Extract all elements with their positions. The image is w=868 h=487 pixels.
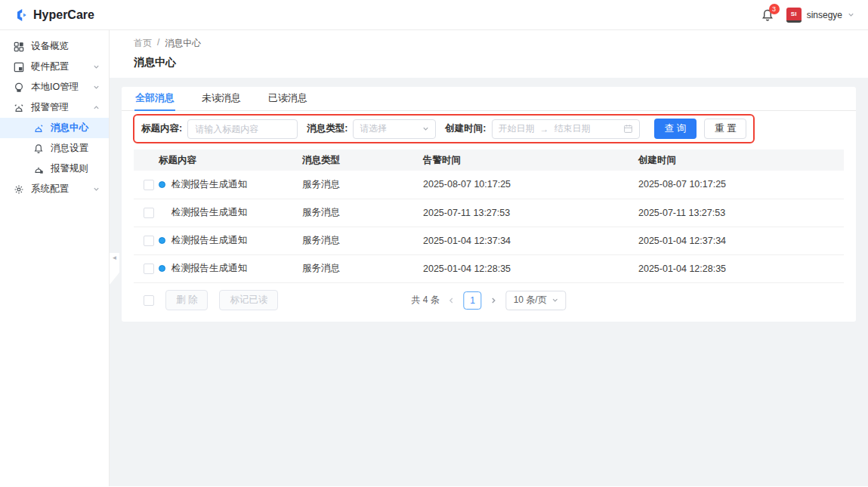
row-checkbox[interactable] xyxy=(144,180,154,190)
title-filter-label: 标题内容: xyxy=(141,122,182,135)
delete-button[interactable]: 删 除 xyxy=(165,290,208,310)
table-row: 检测报告生成通知 服务消息 2025-01-04 12:37:34 2025-0… xyxy=(134,227,844,254)
calendar-icon xyxy=(623,124,633,134)
column-header-type: 消息类型 xyxy=(302,149,423,171)
main-content: 首页 / 消息中心 消息中心 全部消息 未读消息 已读消息 标题内容: 消息类型… xyxy=(110,30,868,486)
unread-dot-icon xyxy=(159,237,165,244)
layout: 设备概览 硬件配置 本地IO管理 报警管理 消 xyxy=(0,30,868,486)
pagination: 共 4 条 1 10 条/页 xyxy=(411,291,566,310)
chevron-down-icon xyxy=(93,63,100,70)
message-title[interactable]: 检测报告生成通知 xyxy=(171,235,247,245)
page-size-select[interactable]: 10 条/页 xyxy=(506,291,567,310)
sidebar-item-label: 系统配置 xyxy=(31,183,69,196)
table-row: 检测报告生成通知 服务消息 2025-01-04 12:28:35 2025-0… xyxy=(134,254,844,282)
unread-dot-icon xyxy=(159,265,165,272)
top-bar: HyperCare 3 SI sinsegye xyxy=(0,0,868,30)
sidebar-item-message-settings[interactable]: 消息设置 xyxy=(0,138,109,159)
brand-logo-icon xyxy=(14,8,29,23)
table-footer: 删 除 标记已读 共 4 条 1 10 条/页 xyxy=(134,290,844,311)
message-center-icon xyxy=(33,123,44,134)
notifications-button[interactable]: 3 xyxy=(761,8,774,22)
sidebar-item-label: 报警管理 xyxy=(31,101,69,114)
sidebar-item-message-center[interactable]: 消息中心 xyxy=(0,118,109,138)
chevron-down-icon xyxy=(848,11,854,18)
breadcrumb-current: 消息中心 xyxy=(165,37,201,50)
chevron-right-icon[interactable] xyxy=(490,297,498,304)
message-type: 服务消息 xyxy=(302,171,423,199)
row-checkbox[interactable] xyxy=(144,208,154,218)
pagination-total: 共 4 条 xyxy=(411,294,439,307)
sidebar-item-label: 消息设置 xyxy=(51,142,88,155)
sidebar-item-alarm-rules[interactable]: 报警规则 xyxy=(0,159,109,179)
sidebar-item-label: 硬件配置 xyxy=(31,60,69,73)
message-title[interactable]: 检测报告生成通知 xyxy=(171,207,247,217)
chevron-down-icon xyxy=(422,125,429,132)
brand: HyperCare xyxy=(14,8,94,23)
sidebar-item-alarm-management[interactable]: 报警管理 xyxy=(0,97,109,118)
row-checkbox[interactable] xyxy=(144,236,154,246)
page-title: 消息中心 xyxy=(134,56,844,69)
io-management-icon xyxy=(14,82,24,93)
row-checkbox[interactable] xyxy=(144,264,154,274)
reset-button[interactable]: 重 置 xyxy=(704,119,746,139)
message-tabs: 全部消息 未读消息 已读消息 xyxy=(122,87,856,111)
message-title[interactable]: 检测报告生成通知 xyxy=(171,179,247,190)
tab-unread-messages[interactable]: 未读消息 xyxy=(201,87,242,110)
tab-all-messages[interactable]: 全部消息 xyxy=(134,87,175,110)
message-type: 服务消息 xyxy=(302,254,423,282)
breadcrumb-separator: / xyxy=(157,37,159,50)
chevron-left-icon[interactable] xyxy=(448,297,456,304)
select-all-checkbox[interactable] xyxy=(144,295,154,306)
alarm-rule-icon xyxy=(33,164,44,174)
brand-name: HyperCare xyxy=(33,8,94,22)
mark-read-button[interactable]: 标记已读 xyxy=(219,290,278,310)
sidebar-item-label: 消息中心 xyxy=(51,122,88,134)
chevron-down-icon xyxy=(552,297,559,304)
message-title[interactable]: 检测报告生成通知 xyxy=(171,263,247,273)
hardware-icon xyxy=(14,62,24,72)
username: sinsegye xyxy=(807,10,842,20)
grid-icon xyxy=(14,42,24,52)
avatar: SI xyxy=(786,8,802,23)
sidebar: 设备概览 硬件配置 本地IO管理 报警管理 消 xyxy=(0,30,110,486)
date-range-picker[interactable]: 开始日期 → 结束日期 xyxy=(492,119,640,139)
type-filter-label: 消息类型: xyxy=(307,122,348,135)
alarm-time: 2025-01-04 12:37:34 xyxy=(423,227,638,254)
message-table: 标题内容 消息类型 告警时间 创建时间 检测报告生成通知 服务消息 2025-0… xyxy=(134,149,844,283)
user-menu[interactable]: SI sinsegye xyxy=(786,8,854,23)
create-time: 2025-01-04 12:37:34 xyxy=(638,227,844,254)
sidebar-item-system-config[interactable]: 系统配置 xyxy=(0,179,109,199)
column-header-title: 标题内容 xyxy=(159,149,302,171)
create-time: 2025-08-07 10:17:25 xyxy=(638,171,844,199)
type-filter-select[interactable]: 请选择 xyxy=(353,119,436,139)
start-date-placeholder: 开始日期 xyxy=(499,122,535,135)
create-time: 2025-07-11 13:27:53 xyxy=(638,199,844,227)
bell-icon xyxy=(33,143,44,154)
table-row: 检测报告生成通知 服务消息 2025-08-07 10:17:25 2025-0… xyxy=(134,171,844,199)
unread-dot-icon xyxy=(159,181,165,188)
page-number-button[interactable]: 1 xyxy=(464,291,482,310)
sidebar-item-device-overview[interactable]: 设备概览 xyxy=(0,36,109,57)
alarm-time: 2025-08-07 10:17:25 xyxy=(423,171,638,199)
create-time: 2025-01-04 12:28:35 xyxy=(638,254,844,282)
chevron-down-icon xyxy=(93,84,100,91)
column-header-alarm-time: 告警时间 xyxy=(423,149,638,171)
title-filter-input[interactable] xyxy=(187,119,298,139)
alarm-time: 2025-01-04 12:28:35 xyxy=(423,254,638,282)
sidebar-item-label: 本地IO管理 xyxy=(31,81,79,94)
sidebar-item-hardware-config[interactable]: 硬件配置 xyxy=(0,57,109,77)
breadcrumb-home[interactable]: 首页 xyxy=(134,37,152,50)
chevron-up-icon xyxy=(93,104,100,111)
breadcrumb: 首页 / 消息中心 xyxy=(134,37,844,50)
notification-badge: 3 xyxy=(769,4,780,14)
sidebar-item-local-io[interactable]: 本地IO管理 xyxy=(0,77,109,97)
time-filter-label: 创建时间: xyxy=(445,122,486,135)
sidebar-item-label: 设备概览 xyxy=(31,40,69,53)
search-button[interactable]: 查 询 xyxy=(654,119,697,139)
message-type: 服务消息 xyxy=(302,199,423,227)
tab-read-messages[interactable]: 已读消息 xyxy=(267,87,308,110)
alarm-time: 2025-07-11 13:27:53 xyxy=(423,199,638,227)
checkbox-column-header xyxy=(134,149,159,171)
end-date-placeholder: 结束日期 xyxy=(554,122,591,135)
chevron-down-icon xyxy=(93,186,100,193)
